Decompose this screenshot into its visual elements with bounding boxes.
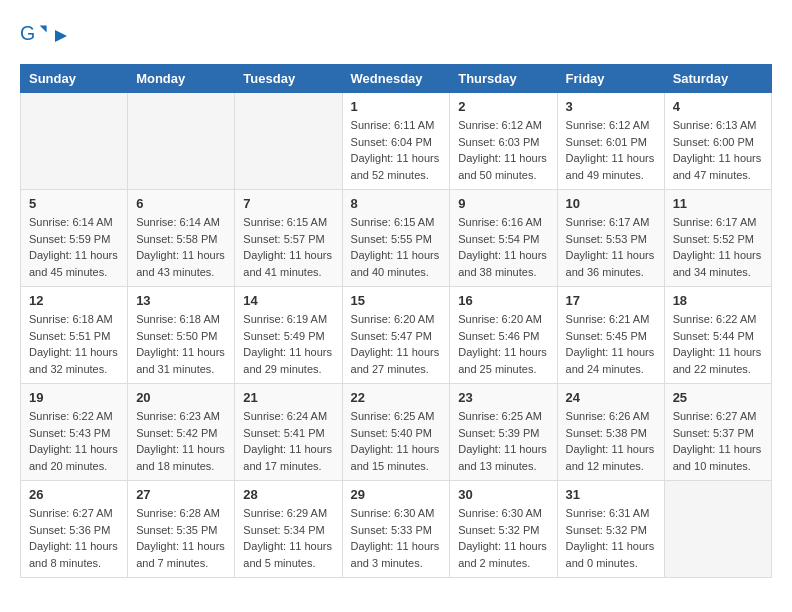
day-number: 24 xyxy=(566,390,656,405)
day-info: Sunrise: 6:12 AMSunset: 6:03 PMDaylight:… xyxy=(458,117,548,183)
calendar-cell: 18Sunrise: 6:22 AMSunset: 5:44 PMDayligh… xyxy=(664,287,771,384)
weekday-header-sunday: Sunday xyxy=(21,65,128,93)
weekday-header-saturday: Saturday xyxy=(664,65,771,93)
calendar-cell: 13Sunrise: 6:18 AMSunset: 5:50 PMDayligh… xyxy=(128,287,235,384)
day-info: Sunrise: 6:20 AMSunset: 5:47 PMDaylight:… xyxy=(351,311,442,377)
svg-text:G: G xyxy=(20,22,35,44)
day-info: Sunrise: 6:16 AMSunset: 5:54 PMDaylight:… xyxy=(458,214,548,280)
calendar-cell xyxy=(21,93,128,190)
day-info: Sunrise: 6:18 AMSunset: 5:50 PMDaylight:… xyxy=(136,311,226,377)
calendar-cell: 20Sunrise: 6:23 AMSunset: 5:42 PMDayligh… xyxy=(128,384,235,481)
day-number: 7 xyxy=(243,196,333,211)
day-number: 28 xyxy=(243,487,333,502)
calendar-cell: 22Sunrise: 6:25 AMSunset: 5:40 PMDayligh… xyxy=(342,384,450,481)
day-number: 18 xyxy=(673,293,763,308)
weekday-header-friday: Friday xyxy=(557,65,664,93)
day-number: 2 xyxy=(458,99,548,114)
day-info: Sunrise: 6:13 AMSunset: 6:00 PMDaylight:… xyxy=(673,117,763,183)
day-number: 15 xyxy=(351,293,442,308)
weekday-header-thursday: Thursday xyxy=(450,65,557,93)
day-number: 29 xyxy=(351,487,442,502)
calendar-cell: 30Sunrise: 6:30 AMSunset: 5:32 PMDayligh… xyxy=(450,481,557,578)
day-number: 10 xyxy=(566,196,656,211)
calendar-cell: 9Sunrise: 6:16 AMSunset: 5:54 PMDaylight… xyxy=(450,190,557,287)
calendar-cell: 29Sunrise: 6:30 AMSunset: 5:33 PMDayligh… xyxy=(342,481,450,578)
calendar-cell xyxy=(664,481,771,578)
calendar-week-row: 19Sunrise: 6:22 AMSunset: 5:43 PMDayligh… xyxy=(21,384,772,481)
calendar-week-row: 5Sunrise: 6:14 AMSunset: 5:59 PMDaylight… xyxy=(21,190,772,287)
day-info: Sunrise: 6:24 AMSunset: 5:41 PMDaylight:… xyxy=(243,408,333,474)
day-info: Sunrise: 6:17 AMSunset: 5:52 PMDaylight:… xyxy=(673,214,763,280)
day-info: Sunrise: 6:21 AMSunset: 5:45 PMDaylight:… xyxy=(566,311,656,377)
svg-marker-2 xyxy=(55,30,67,42)
day-info: Sunrise: 6:25 AMSunset: 5:40 PMDaylight:… xyxy=(351,408,442,474)
calendar-cell: 10Sunrise: 6:17 AMSunset: 5:53 PMDayligh… xyxy=(557,190,664,287)
calendar-week-row: 26Sunrise: 6:27 AMSunset: 5:36 PMDayligh… xyxy=(21,481,772,578)
calendar-header-row: SundayMondayTuesdayWednesdayThursdayFrid… xyxy=(21,65,772,93)
calendar-cell: 26Sunrise: 6:27 AMSunset: 5:36 PMDayligh… xyxy=(21,481,128,578)
calendar-cell: 19Sunrise: 6:22 AMSunset: 5:43 PMDayligh… xyxy=(21,384,128,481)
day-info: Sunrise: 6:15 AMSunset: 5:57 PMDaylight:… xyxy=(243,214,333,280)
calendar-cell: 11Sunrise: 6:17 AMSunset: 5:52 PMDayligh… xyxy=(664,190,771,287)
day-info: Sunrise: 6:17 AMSunset: 5:53 PMDaylight:… xyxy=(566,214,656,280)
day-number: 4 xyxy=(673,99,763,114)
day-number: 3 xyxy=(566,99,656,114)
calendar-cell: 28Sunrise: 6:29 AMSunset: 5:34 PMDayligh… xyxy=(235,481,342,578)
day-number: 19 xyxy=(29,390,119,405)
weekday-header-monday: Monday xyxy=(128,65,235,93)
weekday-header-wednesday: Wednesday xyxy=(342,65,450,93)
page-header: G xyxy=(20,20,772,48)
calendar-cell: 2Sunrise: 6:12 AMSunset: 6:03 PMDaylight… xyxy=(450,93,557,190)
day-number: 1 xyxy=(351,99,442,114)
day-info: Sunrise: 6:30 AMSunset: 5:33 PMDaylight:… xyxy=(351,505,442,571)
calendar-cell: 23Sunrise: 6:25 AMSunset: 5:39 PMDayligh… xyxy=(450,384,557,481)
calendar-cell: 16Sunrise: 6:20 AMSunset: 5:46 PMDayligh… xyxy=(450,287,557,384)
calendar-cell: 27Sunrise: 6:28 AMSunset: 5:35 PMDayligh… xyxy=(128,481,235,578)
logo-icon: G xyxy=(20,20,48,48)
calendar-cell: 17Sunrise: 6:21 AMSunset: 5:45 PMDayligh… xyxy=(557,287,664,384)
day-info: Sunrise: 6:12 AMSunset: 6:01 PMDaylight:… xyxy=(566,117,656,183)
day-info: Sunrise: 6:20 AMSunset: 5:46 PMDaylight:… xyxy=(458,311,548,377)
day-number: 27 xyxy=(136,487,226,502)
calendar-cell: 15Sunrise: 6:20 AMSunset: 5:47 PMDayligh… xyxy=(342,287,450,384)
calendar-cell: 14Sunrise: 6:19 AMSunset: 5:49 PMDayligh… xyxy=(235,287,342,384)
day-info: Sunrise: 6:27 AMSunset: 5:37 PMDaylight:… xyxy=(673,408,763,474)
day-info: Sunrise: 6:22 AMSunset: 5:44 PMDaylight:… xyxy=(673,311,763,377)
day-number: 5 xyxy=(29,196,119,211)
calendar-cell: 4Sunrise: 6:13 AMSunset: 6:00 PMDaylight… xyxy=(664,93,771,190)
day-number: 9 xyxy=(458,196,548,211)
day-number: 30 xyxy=(458,487,548,502)
svg-marker-1 xyxy=(40,26,47,33)
day-number: 20 xyxy=(136,390,226,405)
day-number: 14 xyxy=(243,293,333,308)
calendar-cell: 6Sunrise: 6:14 AMSunset: 5:58 PMDaylight… xyxy=(128,190,235,287)
day-info: Sunrise: 6:31 AMSunset: 5:32 PMDaylight:… xyxy=(566,505,656,571)
logo: G xyxy=(20,20,69,48)
calendar-cell: 25Sunrise: 6:27 AMSunset: 5:37 PMDayligh… xyxy=(664,384,771,481)
day-info: Sunrise: 6:14 AMSunset: 5:59 PMDaylight:… xyxy=(29,214,119,280)
day-info: Sunrise: 6:25 AMSunset: 5:39 PMDaylight:… xyxy=(458,408,548,474)
day-number: 13 xyxy=(136,293,226,308)
day-info: Sunrise: 6:19 AMSunset: 5:49 PMDaylight:… xyxy=(243,311,333,377)
calendar-cell: 21Sunrise: 6:24 AMSunset: 5:41 PMDayligh… xyxy=(235,384,342,481)
day-number: 22 xyxy=(351,390,442,405)
day-number: 26 xyxy=(29,487,119,502)
calendar-cell: 12Sunrise: 6:18 AMSunset: 5:51 PMDayligh… xyxy=(21,287,128,384)
logo-arrow-icon xyxy=(53,28,69,44)
day-number: 16 xyxy=(458,293,548,308)
calendar-cell: 31Sunrise: 6:31 AMSunset: 5:32 PMDayligh… xyxy=(557,481,664,578)
day-number: 12 xyxy=(29,293,119,308)
day-number: 25 xyxy=(673,390,763,405)
day-info: Sunrise: 6:11 AMSunset: 6:04 PMDaylight:… xyxy=(351,117,442,183)
calendar-cell xyxy=(235,93,342,190)
calendar-week-row: 1Sunrise: 6:11 AMSunset: 6:04 PMDaylight… xyxy=(21,93,772,190)
day-info: Sunrise: 6:22 AMSunset: 5:43 PMDaylight:… xyxy=(29,408,119,474)
calendar-cell: 5Sunrise: 6:14 AMSunset: 5:59 PMDaylight… xyxy=(21,190,128,287)
day-info: Sunrise: 6:26 AMSunset: 5:38 PMDaylight:… xyxy=(566,408,656,474)
day-number: 6 xyxy=(136,196,226,211)
day-info: Sunrise: 6:29 AMSunset: 5:34 PMDaylight:… xyxy=(243,505,333,571)
day-info: Sunrise: 6:30 AMSunset: 5:32 PMDaylight:… xyxy=(458,505,548,571)
day-number: 8 xyxy=(351,196,442,211)
day-info: Sunrise: 6:28 AMSunset: 5:35 PMDaylight:… xyxy=(136,505,226,571)
calendar-cell: 24Sunrise: 6:26 AMSunset: 5:38 PMDayligh… xyxy=(557,384,664,481)
